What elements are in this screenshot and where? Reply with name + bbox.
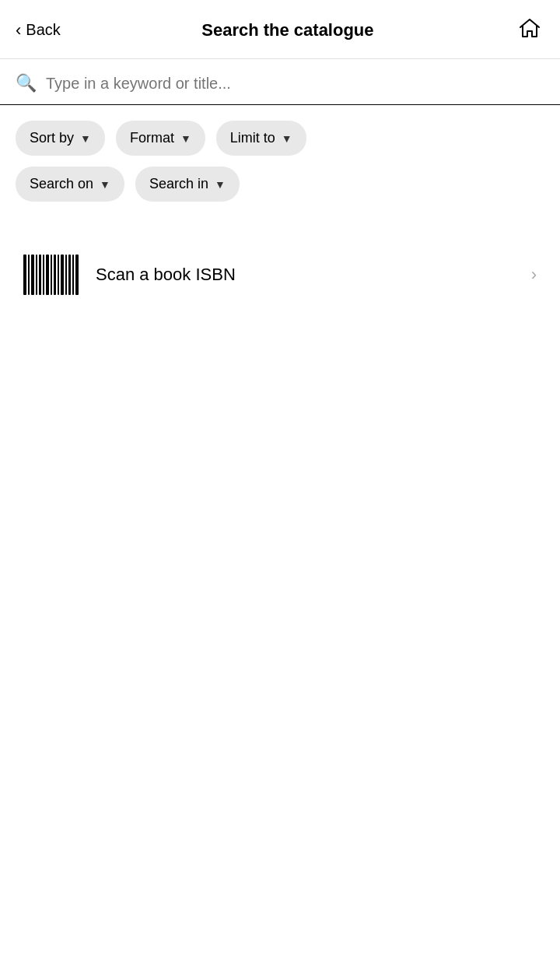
search-input[interactable] (46, 75, 544, 93)
header: ‹ Back Search the catalogue (0, 0, 560, 59)
search-in-chevron-icon: ▼ (215, 178, 226, 191)
search-on-button[interactable]: Search on ▼ (16, 167, 124, 202)
format-label: Format (130, 130, 174, 146)
sort-by-button[interactable]: Sort by ▼ (16, 121, 105, 156)
format-chevron-icon: ▼ (180, 132, 191, 145)
search-on-chevron-icon: ▼ (100, 178, 110, 191)
scan-isbn-label: Scan a book ISBN (96, 265, 236, 285)
limit-to-chevron-icon: ▼ (282, 132, 292, 145)
sort-by-chevron-icon: ▼ (80, 132, 91, 145)
back-button[interactable]: ‹ Back (16, 21, 61, 39)
search-in-button[interactable]: Search in ▼ (135, 167, 240, 202)
search-on-label: Search on (30, 176, 93, 192)
search-in-label: Search in (149, 176, 208, 192)
sort-by-label: Sort by (30, 130, 74, 146)
search-bar: 🔍 (0, 59, 560, 105)
home-icon (518, 17, 541, 40)
filter-row-1: Sort by ▼ Format ▼ Limit to ▼ (0, 105, 560, 163)
back-label: Back (26, 21, 60, 39)
page-title: Search the catalogue (61, 20, 515, 40)
back-chevron-icon: ‹ (16, 22, 21, 39)
limit-to-button[interactable]: Limit to ▼ (216, 121, 306, 156)
scan-isbn-row[interactable]: Scan a book ISBN › (16, 233, 544, 317)
chevron-right-icon: › (531, 265, 537, 285)
search-icon: 🔍 (16, 73, 37, 93)
filter-row-2: Search on ▼ Search in ▼ (0, 163, 560, 217)
home-button[interactable] (515, 14, 544, 46)
barcode-icon (23, 255, 79, 295)
format-button[interactable]: Format ▼ (116, 121, 205, 156)
limit-to-label: Limit to (230, 130, 275, 146)
